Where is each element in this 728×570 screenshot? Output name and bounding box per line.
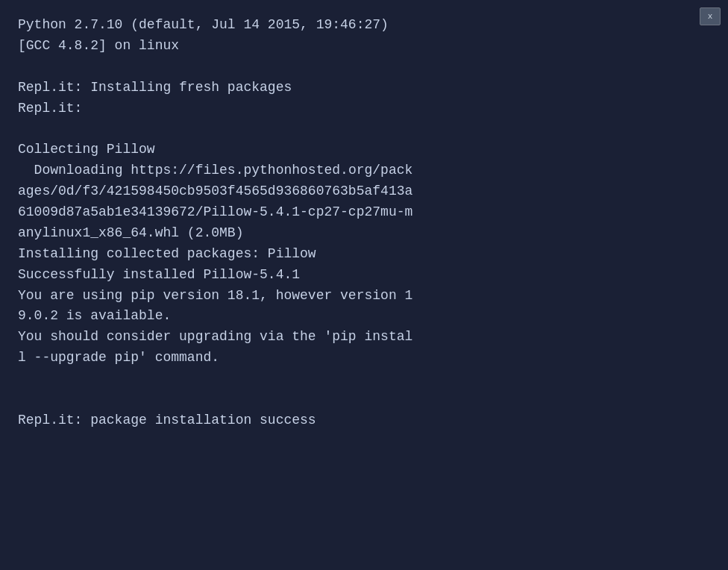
terminal-output: Python 2.7.10 (default, Jul 14 2015, 19:…	[18, 15, 710, 431]
terminal-window: x Python 2.7.10 (default, Jul 14 2015, 1…	[0, 0, 728, 570]
close-button[interactable]: x	[700, 7, 721, 25]
